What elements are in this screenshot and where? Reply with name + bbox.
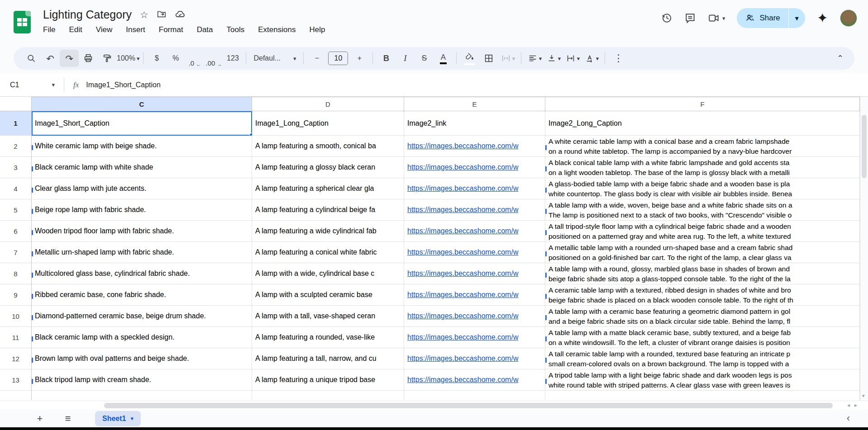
- text-rotation-button[interactable]: ▾: [582, 50, 601, 67]
- menu-data[interactable]: Data: [197, 25, 213, 34]
- name-box[interactable]: C1 ▾: [0, 81, 61, 89]
- menu-insert[interactable]: Insert: [126, 25, 145, 34]
- undo-button[interactable]: ↶: [41, 50, 60, 67]
- vertical-scrollbar[interactable]: ▾: [860, 97, 868, 401]
- cell-e7-link[interactable]: https://images.beccashome.com/w: [404, 242, 545, 263]
- print-icon[interactable]: [79, 50, 98, 67]
- cell-e11-link[interactable]: https://images.beccashome.com/w: [404, 327, 545, 348]
- cell-d13[interactable]: A lamp featuring a unique tripod base: [252, 369, 404, 391]
- row-number[interactable]: 10: [0, 306, 32, 327]
- cell-c8[interactable]: Multicolored glass base, cylindrical fab…: [32, 263, 252, 284]
- cell-c9[interactable]: Ribbed ceramic base, cone fabric shade.: [32, 284, 252, 306]
- document-title[interactable]: Lighting Category: [43, 8, 132, 21]
- bold-button[interactable]: B: [377, 50, 396, 67]
- cell-f11[interactable]: A table lamp with a matte black ceramic …: [545, 327, 860, 348]
- version-history-icon[interactable]: [661, 12, 672, 24]
- cell-d8[interactable]: A lamp with a wide, cylindrical base c: [252, 263, 404, 284]
- move-folder-icon[interactable]: [157, 9, 167, 20]
- decrease-font-size-button[interactable]: −: [307, 50, 326, 67]
- row-number[interactable]: 9: [0, 284, 32, 306]
- cell-f3[interactable]: A black conical table lamp with a white …: [545, 157, 860, 178]
- cell-d2[interactable]: A lamp featuring a smooth, conical ba: [252, 136, 404, 157]
- menu-help[interactable]: Help: [309, 25, 325, 34]
- row-number[interactable]: 13: [0, 369, 32, 391]
- hide-menus-chevron-icon[interactable]: ⌃: [837, 53, 844, 63]
- cell-f4[interactable]: A glass-bodied table lamp with a beige f…: [545, 178, 860, 199]
- cell-e12-link[interactable]: https://images.beccashome.com/w: [404, 348, 545, 369]
- cell-f1[interactable]: Image2_Long_Caption: [545, 111, 860, 136]
- cell-d12[interactable]: A lamp featuring a tall, narrow, and cu: [252, 348, 404, 369]
- menu-file[interactable]: File: [43, 25, 55, 34]
- sheets-logo-icon[interactable]: [14, 11, 31, 33]
- cloud-status-icon[interactable]: [175, 9, 186, 21]
- cell-d6[interactable]: A lamp featuring a wide cylindrical fab: [252, 221, 404, 242]
- row-number[interactable]: 2: [0, 136, 32, 157]
- chevron-down-icon[interactable]: ▾: [722, 15, 725, 22]
- cell-f9[interactable]: A ceramic table lamp with a textured, ri…: [545, 284, 860, 306]
- chevron-down-icon[interactable]: ▾: [130, 415, 134, 422]
- cell-e5-link[interactable]: https://images.beccashome.com/w: [404, 199, 545, 221]
- cell-f5[interactable]: A table lamp with a wide, woven, beige b…: [545, 199, 860, 221]
- decrease-decimal-button[interactable]: .0←: [185, 50, 204, 67]
- text-wrap-button[interactable]: ▾: [563, 50, 582, 67]
- horizontal-scrollbar[interactable]: ◂▸: [0, 401, 868, 410]
- cell-e8-link[interactable]: https://images.beccashome.com/w: [404, 263, 545, 284]
- vertical-scrollbar-thumb[interactable]: [862, 115, 867, 178]
- cell-c11[interactable]: Black ceramic lamp with a speckled desig…: [32, 327, 252, 348]
- cell-c7[interactable]: Metallic urn-shaped lamp with fabric sha…: [32, 242, 252, 263]
- row-number[interactable]: 4: [0, 178, 32, 199]
- cell-e3-link[interactable]: https://images.beccashome.com/w: [404, 157, 545, 178]
- cell-f2[interactable]: A white ceramic table lamp with a conica…: [545, 136, 860, 157]
- more-formats-button[interactable]: 123: [223, 50, 242, 67]
- comments-icon[interactable]: [684, 12, 696, 24]
- increase-decimal-button[interactable]: .00→: [204, 50, 223, 67]
- cell-d9[interactable]: A lamp with a sculpted ceramic base: [252, 284, 404, 306]
- horizontal-scrollbar-thumb[interactable]: [104, 403, 833, 408]
- row-number[interactable]: 11: [0, 327, 32, 348]
- zoom-select[interactable]: 100% ▾: [117, 50, 139, 67]
- cell-d1[interactable]: Image1_Long_Caption: [252, 111, 404, 136]
- cell-c6[interactable]: Wooden tripod floor lamp with fabric sha…: [32, 221, 252, 242]
- cell-d3[interactable]: A lamp featuring a glossy black ceran: [252, 157, 404, 178]
- column-header-e[interactable]: E: [404, 97, 545, 111]
- text-color-button[interactable]: A: [434, 50, 453, 67]
- cell-c10[interactable]: Diamond-patterned ceramic base, beige dr…: [32, 306, 252, 327]
- menu-extensions[interactable]: Extensions: [258, 25, 296, 34]
- cell-e6-link[interactable]: https://images.beccashome.com/w: [404, 221, 545, 242]
- format-percent-button[interactable]: %: [166, 50, 185, 67]
- collapse-panel-chevron-icon[interactable]: ‹: [847, 412, 850, 424]
- italic-button[interactable]: I: [396, 50, 415, 67]
- scroll-down-arrow-icon[interactable]: ▾: [862, 393, 865, 399]
- horizontal-scroll-arrows[interactable]: ◂▸: [847, 402, 862, 408]
- cell-f6[interactable]: A tall tripod-style floor lamp with a cy…: [545, 221, 860, 242]
- cell-e1[interactable]: Image2_link: [404, 111, 545, 136]
- all-sheets-icon[interactable]: ≡: [59, 411, 77, 426]
- fill-handle[interactable]: [249, 132, 252, 136]
- cell-e9-link[interactable]: https://images.beccashome.com/w: [404, 284, 545, 306]
- row-number[interactable]: 12: [0, 348, 32, 369]
- cell-f8[interactable]: A table lamp with a round, glossy, marbl…: [545, 263, 860, 284]
- cell-e4-link[interactable]: https://images.beccashome.com/w: [404, 178, 545, 199]
- cell-c1-selected[interactable]: Image1_Short_Caption: [32, 111, 252, 136]
- cell-d4[interactable]: A lamp featuring a spherical clear gla: [252, 178, 404, 199]
- cell-f12[interactable]: A tall ceramic table lamp with a rounded…: [545, 348, 860, 369]
- cell-e2-link[interactable]: https://images.beccashome.com/w: [404, 136, 545, 157]
- row-number[interactable]: 7: [0, 242, 32, 263]
- select-all-corner[interactable]: [0, 97, 32, 111]
- video-call-button[interactable]: ▾: [708, 12, 725, 24]
- cell-d7[interactable]: A lamp featuring a conical white fabric: [252, 242, 404, 263]
- row-number[interactable]: 8: [0, 263, 32, 284]
- merge-cells-button[interactable]: ▾: [498, 50, 517, 67]
- horizontal-align-button[interactable]: ▾: [525, 50, 544, 67]
- cell-c13[interactable]: Black tripod lamp with cream shade.: [32, 369, 252, 391]
- cell-c3[interactable]: Black ceramic lamp with white shade: [32, 157, 252, 178]
- redo-button[interactable]: ↷: [60, 50, 79, 67]
- strikethrough-button[interactable]: S: [415, 50, 434, 67]
- row-number[interactable]: 6: [0, 221, 32, 242]
- borders-icon[interactable]: [479, 50, 498, 67]
- column-header-d[interactable]: D: [252, 97, 404, 111]
- formula-input[interactable]: Image1_Short_Caption: [86, 81, 161, 89]
- share-button[interactable]: Share ▾: [737, 8, 805, 28]
- cell-f10[interactable]: A table lamp with a ceramic base featuri…: [545, 306, 860, 327]
- font-select[interactable]: Defaul... ▾: [250, 50, 300, 67]
